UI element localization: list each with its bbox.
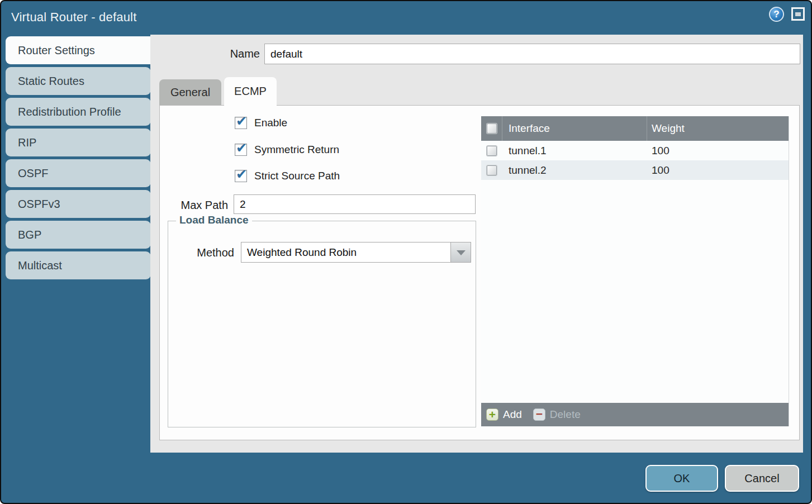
table-footer: + Add − Delete [481,403,789,426]
method-dropdown[interactable]: Weighted Round Robin [241,242,471,263]
help-icon[interactable]: ? [769,7,784,22]
method-dropdown-value: Weighted Round Robin [247,243,357,262]
table-header-checkbox-cell [481,116,502,141]
row-checkbox-cell [481,160,502,180]
add-button[interactable]: + Add [486,408,522,421]
column-header-weight: Weight [647,116,789,141]
tab-ecmp[interactable]: ECMP [224,77,277,106]
sidebar-item-static-routes[interactable]: Static Routes [6,67,151,95]
enable-checkbox[interactable]: ✔ [235,117,247,129]
virtual-router-dialog: Virtual Router - default ? Router Settin… [0,0,812,504]
symmetric-return-checkbox[interactable]: ✔ [235,144,247,156]
strict-source-path-row: ✔ Strict Source Path [235,170,340,182]
symmetric-return-label: Symmetric Return [254,144,339,156]
popout-window-icon[interactable] [791,7,805,21]
interface-cell: tunnel.2 [502,160,647,180]
popout-window-icon-inner [795,12,801,16]
symmetric-return-row: ✔ Symmetric Return [235,144,339,156]
load-balance-legend: Load Balance [176,214,252,226]
delete-button-label: Delete [550,408,581,421]
max-path-label: Max Path [160,199,228,212]
dropdown-arrow-button[interactable] [450,243,471,262]
sidebar-item-ospfv3[interactable]: OSPFv3 [6,190,151,218]
sidebar-item-ospf[interactable]: OSPF [6,159,151,187]
checkmark-icon: ✔ [236,113,247,129]
enable-label: Enable [254,117,287,129]
dialog-title: Virtual Router - default [11,1,137,34]
load-balance-group: Load Balance Method Weighted Round Robin [168,221,476,427]
minus-icon: − [533,408,545,421]
help-glyph: ? [773,9,779,20]
ecmp-interface-table: Interface Weight tunnel.1 100 tunnel.2 1… [481,116,789,426]
strict-source-path-checkbox[interactable]: ✔ [235,170,247,182]
interface-cell: tunnel.1 [502,141,647,160]
sidebar-item-multicast[interactable]: Multicast [6,251,151,279]
name-label: Name [150,47,260,60]
max-path-value: 2 [240,198,246,211]
weight-cell: 100 [647,160,789,180]
sidebar: Router Settings Static Routes Redistribu… [6,36,151,282]
sidebar-item-bgp[interactable]: BGP [6,221,151,249]
column-header-interface: Interface [502,116,647,141]
select-all-checkbox[interactable] [487,123,497,134]
table-header: Interface Weight [481,116,789,141]
delete-button[interactable]: − Delete [533,408,581,421]
sidebar-item-router-settings[interactable]: Router Settings [6,36,152,64]
table-row[interactable]: tunnel.1 100 [481,141,789,160]
dialog-titlebar: Virtual Router - default ? [1,1,811,35]
content-area: Name default General ECMP ✔ Enable ✔ Sym… [150,35,803,453]
row-checkbox-cell [481,141,502,160]
name-input-value: default [270,48,302,60]
strict-source-path-label: Strict Source Path [254,170,340,182]
checkmark-icon: ✔ [236,140,247,156]
sidebar-item-rip[interactable]: RIP [6,129,151,156]
ecmp-tab-panel: ✔ Enable ✔ Symmetric Return ✔ Strict Sou… [159,105,800,440]
sidebar-item-redistribution-profile[interactable]: Redistribution Profile [6,98,151,126]
table-empty-area [481,180,789,403]
chevron-down-icon [457,250,466,255]
enable-row: ✔ Enable [235,117,287,129]
tab-general[interactable]: General [159,79,221,105]
method-label: Method [168,246,234,259]
weight-cell: 100 [647,141,789,160]
row-checkbox[interactable] [487,165,497,175]
name-input[interactable]: default [264,44,800,64]
max-path-input[interactable]: 2 [234,194,476,214]
row-checkbox[interactable] [487,146,497,156]
cancel-button[interactable]: Cancel [725,465,799,492]
plus-icon: + [486,408,498,421]
checkmark-icon: ✔ [236,167,247,182]
ok-button[interactable]: OK [645,465,718,492]
add-button-label: Add [503,408,522,421]
table-row[interactable]: tunnel.2 100 [481,160,789,180]
